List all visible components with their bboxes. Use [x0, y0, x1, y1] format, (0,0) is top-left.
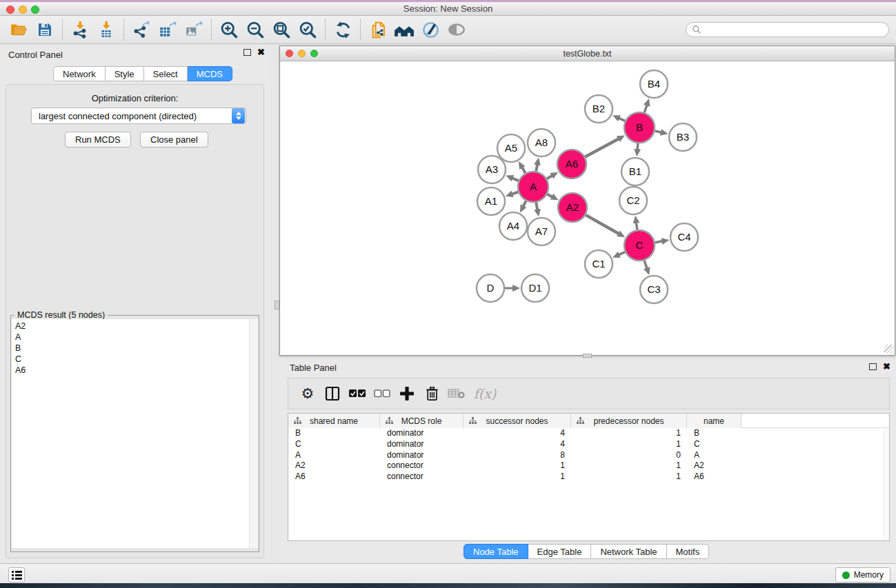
node-C[interactable]: C — [624, 230, 655, 261]
import-network-icon[interactable] — [68, 19, 92, 41]
node-A1[interactable]: A1 — [477, 187, 505, 215]
window-resize-grip[interactable] — [884, 345, 893, 354]
edge-B-B1[interactable] — [637, 143, 638, 150]
node-B4[interactable]: B4 — [640, 70, 668, 98]
export-table-icon[interactable] — [156, 19, 179, 41]
float-table-panel-icon[interactable] — [869, 363, 877, 370]
node-A7[interactable]: A7 — [528, 218, 555, 245]
show-column-icon[interactable] — [320, 381, 345, 406]
deselect-all-icon[interactable] — [370, 381, 395, 406]
edge-C-C2[interactable] — [636, 223, 637, 230]
tab-select[interactable]: Select — [144, 66, 188, 81]
export-image-icon[interactable] — [182, 19, 206, 41]
node-C4[interactable]: C4 — [670, 223, 698, 251]
show-graphics-eye-icon[interactable] — [445, 19, 468, 41]
select-all-icon[interactable] — [345, 381, 370, 406]
tab-motifs[interactable]: Motifs — [667, 544, 710, 559]
function-builder-icon[interactable]: f(x) — [469, 381, 501, 406]
tab-network-table[interactable]: Network Table — [591, 544, 666, 559]
close-window-button[interactable] — [6, 6, 14, 14]
network-minimize-button[interactable] — [298, 50, 306, 57]
delete-column-trash-icon[interactable] — [419, 381, 444, 406]
edge-A2-C[interactable] — [586, 215, 619, 234]
result-scrollbar[interactable] — [249, 319, 258, 548]
reset-layout-home-icon[interactable] — [392, 19, 416, 41]
edge-A-A7[interactable] — [536, 203, 537, 210]
close-table-panel-icon[interactable]: ✖ — [883, 363, 890, 370]
edge-A6-B[interactable] — [585, 139, 619, 156]
zoom-selected-icon[interactable] — [296, 19, 319, 41]
node-B1[interactable]: B1 — [621, 158, 649, 185]
add-column-plus-icon[interactable] — [395, 381, 419, 406]
edge-A-A1[interactable] — [512, 192, 518, 194]
edge-B-B4[interactable] — [644, 105, 647, 112]
tab-style[interactable]: Style — [106, 66, 144, 81]
column-header-predecessor-nodes[interactable]: predecessor nodes — [571, 414, 687, 428]
table-row[interactable]: Cdominator41C — [288, 439, 889, 450]
task-history-button[interactable] — [8, 567, 25, 582]
close-panel-button[interactable]: Close panel — [140, 132, 208, 148]
edge-A-A5[interactable] — [522, 168, 526, 173]
optimization-criterion-select[interactable]: largest connected component (directed) — [31, 108, 246, 124]
column-header-shared-name[interactable]: shared name — [288, 414, 380, 428]
result-item[interactable]: C — [15, 354, 250, 365]
node-A4[interactable]: A4 — [499, 212, 527, 240]
open-file-icon[interactable] — [7, 19, 30, 41]
table-row[interactable]: Adominator80A — [288, 450, 889, 461]
tab-node-table[interactable]: Node Table — [464, 544, 528, 559]
column-header-successor-nodes[interactable]: successor nodes — [464, 414, 571, 428]
tab-network[interactable]: Network — [53, 66, 106, 81]
network-close-button[interactable] — [286, 50, 293, 57]
result-item[interactable]: B — [15, 343, 250, 354]
edge-A-A4[interactable] — [524, 201, 526, 206]
edge-A-A3[interactable] — [512, 178, 519, 181]
network-window-titlebar[interactable]: testGlobe.txt — [280, 46, 895, 61]
zoom-fit-icon[interactable] — [270, 19, 293, 41]
edge-A-A6[interactable] — [547, 176, 552, 179]
column-header-MCDS-role[interactable]: MCDS role — [380, 414, 464, 428]
edge-A-A8[interactable] — [536, 164, 537, 171]
memory-button[interactable]: Memory — [835, 567, 890, 582]
zoom-out-icon[interactable] — [243, 19, 267, 41]
node-B2[interactable]: B2 — [585, 95, 613, 123]
tab-edge-table[interactable]: Edge Table — [528, 544, 592, 559]
node-B3[interactable]: B3 — [669, 123, 697, 151]
table-row[interactable]: A2connector11A2 — [288, 460, 889, 472]
minimize-window-button[interactable] — [19, 6, 27, 14]
node-C2[interactable]: C2 — [619, 187, 647, 214]
node-A8[interactable]: A8 — [528, 129, 555, 156]
edge-C-C3[interactable] — [644, 261, 647, 269]
export-network-icon[interactable] — [130, 19, 153, 41]
node-A6[interactable]: A6 — [557, 150, 586, 179]
table-options-gear-icon[interactable]: ⚙ — [295, 381, 320, 406]
table-row[interactable]: A6connector11A6 — [288, 472, 889, 483]
zoom-in-icon[interactable] — [217, 19, 241, 41]
node-A3[interactable]: A3 — [478, 156, 506, 183]
search-input[interactable] — [704, 25, 888, 34]
save-session-icon[interactable] — [33, 19, 57, 41]
node-D1[interactable]: D1 — [521, 274, 549, 302]
edge-C-C1[interactable] — [619, 252, 625, 255]
column-header-name[interactable]: name — [687, 414, 741, 428]
clone-network-icon[interactable] — [366, 19, 390, 41]
edge-B-B3[interactable] — [655, 131, 661, 132]
node-C1[interactable]: C1 — [585, 250, 613, 278]
edge-B-B2[interactable] — [619, 118, 625, 121]
node-D[interactable]: D — [477, 274, 504, 302]
node-B[interactable]: B — [624, 112, 655, 143]
edge-A-A2[interactable] — [547, 194, 552, 197]
node-C3[interactable]: C3 — [640, 276, 668, 303]
close-panel-icon[interactable]: ✖ — [257, 49, 265, 56]
float-panel-icon[interactable] — [243, 49, 251, 56]
node-table[interactable]: shared nameMCDS rolesuccessor nodesprede… — [288, 413, 890, 541]
hide-graphics-icon[interactable] — [419, 19, 442, 41]
network-graph[interactable]: AA1A2A3A4A5A6A7A8BB1B2B3B4CC1C2C3C4DD1 — [280, 61, 895, 355]
bottom-divider-handle[interactable] — [583, 354, 592, 358]
result-item[interactable]: A6 — [15, 365, 250, 376]
search-box[interactable] — [686, 22, 889, 37]
tab-mcds[interactable]: MCDS — [188, 66, 232, 81]
node-A[interactable]: A — [518, 172, 548, 202]
mcds-result-list[interactable]: A2ABCA6 — [12, 319, 250, 548]
zoom-window-button[interactable] — [31, 6, 39, 14]
import-table-icon[interactable] — [94, 19, 118, 41]
